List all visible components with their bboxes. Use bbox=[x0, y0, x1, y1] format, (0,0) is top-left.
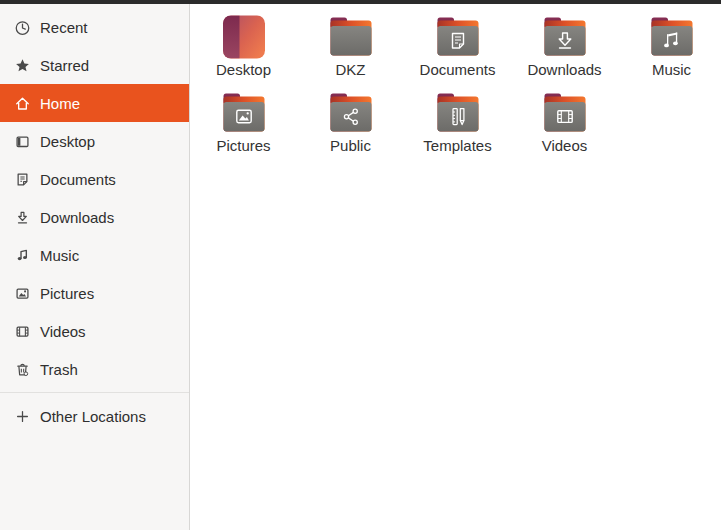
folder-videos[interactable]: Videos bbox=[511, 89, 618, 165]
folder-label: Downloads bbox=[527, 62, 601, 78]
templates-folder-icon bbox=[434, 89, 482, 137]
sidebar-item-music[interactable]: Music bbox=[0, 236, 189, 274]
folder-label: Desktop bbox=[216, 62, 271, 78]
folder-pictures[interactable]: Pictures bbox=[190, 89, 297, 165]
folder-label: Pictures bbox=[216, 138, 270, 154]
sidebar-item-home[interactable]: Home bbox=[0, 84, 189, 122]
files-window: Recent Starred Home Desktop bbox=[0, 4, 721, 530]
sidebar-item-label: Recent bbox=[40, 19, 88, 36]
pictures-icon bbox=[14, 285, 31, 302]
folder-label: Documents bbox=[420, 62, 496, 78]
videos-film-icon bbox=[14, 323, 31, 340]
folder-dkz[interactable]: DKZ bbox=[297, 13, 404, 89]
recent-clock-icon bbox=[14, 19, 31, 36]
sidebar-item-pictures[interactable]: Pictures bbox=[0, 274, 189, 312]
sidebar-item-recent[interactable]: Recent bbox=[0, 8, 189, 46]
folder-label: DKZ bbox=[336, 62, 366, 78]
sidebar-item-documents[interactable]: Documents bbox=[0, 160, 189, 198]
folder-downloads[interactable]: Downloads bbox=[511, 13, 618, 89]
plain-folder-icon bbox=[327, 13, 375, 61]
sidebar-item-label: Trash bbox=[40, 361, 78, 378]
home-icon bbox=[14, 95, 31, 112]
sidebar-item-label: Pictures bbox=[40, 285, 94, 302]
documents-icon bbox=[14, 171, 31, 188]
sidebar-item-label: Videos bbox=[40, 323, 86, 340]
sidebar-separator bbox=[0, 392, 189, 393]
sidebar-item-label: Desktop bbox=[40, 133, 95, 150]
sidebar-item-label: Downloads bbox=[40, 209, 114, 226]
sidebar-item-desktop[interactable]: Desktop bbox=[0, 122, 189, 160]
sidebar-item-label: Music bbox=[40, 247, 79, 264]
plus-icon bbox=[14, 408, 31, 425]
desktop-icon bbox=[14, 133, 31, 150]
star-icon bbox=[14, 57, 31, 74]
sidebar-item-downloads[interactable]: Downloads bbox=[0, 198, 189, 236]
folder-label: Templates bbox=[423, 138, 491, 154]
sidebar-item-label: Home bbox=[40, 95, 80, 112]
sidebar-item-label: Starred bbox=[40, 57, 89, 74]
folder-label: Videos bbox=[542, 138, 588, 154]
downloads-icon bbox=[14, 209, 31, 226]
sidebar-item-label: Documents bbox=[40, 171, 116, 188]
public-share-folder-icon bbox=[327, 89, 375, 137]
pictures-folder-icon bbox=[220, 89, 268, 137]
trash-icon bbox=[14, 361, 31, 378]
icon-grid: Desktop DKZ Documents bbox=[190, 13, 721, 165]
sidebar-item-trash[interactable]: Trash bbox=[0, 350, 189, 388]
folder-desktop[interactable]: Desktop bbox=[190, 13, 297, 89]
sidebar-item-videos[interactable]: Videos bbox=[0, 312, 189, 350]
music-note-icon bbox=[14, 247, 31, 264]
videos-folder-icon bbox=[541, 89, 589, 137]
music-folder-icon bbox=[648, 13, 696, 61]
folder-public[interactable]: Public bbox=[297, 89, 404, 165]
folder-documents[interactable]: Documents bbox=[404, 13, 511, 89]
sidebar-item-other-locations[interactable]: Other Locations bbox=[0, 397, 189, 435]
file-view: Desktop DKZ Documents bbox=[190, 4, 721, 530]
sidebar-item-starred[interactable]: Starred bbox=[0, 46, 189, 84]
sidebar-item-label: Other Locations bbox=[40, 408, 146, 425]
downloads-folder-icon bbox=[541, 13, 589, 61]
documents-folder-icon bbox=[434, 13, 482, 61]
folder-music[interactable]: Music bbox=[618, 13, 721, 89]
places-sidebar: Recent Starred Home Desktop bbox=[0, 4, 190, 530]
desktop-gradient-folder-icon bbox=[220, 13, 268, 61]
folder-label: Public bbox=[330, 138, 371, 154]
folder-label: Music bbox=[652, 62, 691, 78]
folder-templates[interactable]: Templates bbox=[404, 89, 511, 165]
